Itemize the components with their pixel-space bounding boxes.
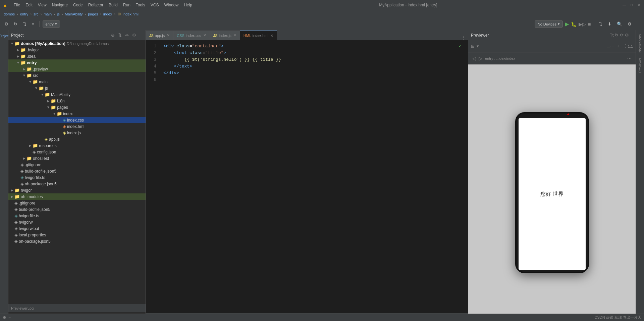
tab-app-js[interactable]: JS app.js ✕ bbox=[146, 31, 173, 40]
previewer-header-font-btn[interactable]: Tt bbox=[610, 33, 614, 38]
minimize-button[interactable]: — bbox=[622, 3, 627, 7]
toolbar-settings-btn[interactable]: ⚙ bbox=[3, 20, 10, 28]
breadcrumb-main[interactable]: main bbox=[44, 12, 52, 16]
tree-item-domos[interactable]: ▼ 📁 domos [MyApplication] D:\hongmengDom… bbox=[8, 40, 146, 47]
tree-item-idea[interactable]: ▶ 📁 .idea bbox=[8, 53, 146, 59]
run-button[interactable]: ▶ bbox=[565, 21, 569, 27]
tab-index-js[interactable]: JS index.js ✕ bbox=[210, 31, 240, 40]
maximize-button[interactable]: □ bbox=[629, 3, 634, 7]
tab-bar-menu-btn[interactable]: ⋮ bbox=[462, 35, 466, 40]
menu-file[interactable]: File bbox=[11, 2, 22, 8]
previewer-forward-btn[interactable]: ▷ bbox=[479, 56, 482, 61]
previewer-header-settings-btn[interactable]: ⚙ bbox=[625, 33, 629, 38]
tree-item-hvigorw-bat[interactable]: ◈ hvigorw.bat bbox=[8, 225, 146, 232]
toolbar-minus-btn[interactable]: − bbox=[635, 20, 641, 28]
tree-item-oh-package[interactable]: ◈ oh-package.json5 bbox=[8, 181, 146, 187]
breadcrumb-file[interactable]: index.hml bbox=[123, 12, 139, 16]
menu-view[interactable]: View bbox=[36, 2, 49, 8]
tree-item-ohostest[interactable]: ▶ 📁 ohosTest bbox=[8, 155, 146, 162]
menu-build[interactable]: Build bbox=[106, 2, 120, 8]
breadcrumb-entry[interactable]: entry bbox=[20, 12, 28, 16]
device-dropdown[interactable]: No Devices ▾ bbox=[535, 20, 563, 28]
previewer-portrait-btn[interactable]: ▭ bbox=[606, 44, 610, 49]
tree-item-oh-package-root[interactable]: ◈ oh-package.json5 bbox=[8, 238, 146, 244]
project-header-new-btn[interactable]: ⊕ bbox=[110, 32, 115, 38]
tree-item-i18n[interactable]: ▶ 📁 i18n bbox=[8, 98, 146, 104]
menu-navigate[interactable]: Navigate bbox=[50, 2, 70, 8]
menu-vcs[interactable]: VCS bbox=[148, 2, 161, 8]
code-content[interactable]: <div class="container">✓ <text class="ti… bbox=[159, 40, 468, 313]
previewer-header-rotate-btn[interactable]: ⟳ bbox=[620, 33, 624, 38]
toolbar-collapse-btn[interactable]: ≡ bbox=[30, 20, 36, 28]
previewer-more-btn[interactable]: ··· bbox=[627, 55, 632, 61]
previewer-dropdown-btn[interactable]: ▾ bbox=[477, 44, 479, 49]
debug-button[interactable]: 🐛 bbox=[571, 21, 577, 27]
tree-item-app-js[interactable]: ◈ app.js bbox=[8, 136, 146, 142]
tree-item-pages[interactable]: ▼ 📁 pages bbox=[8, 104, 146, 110]
tree-item-build-profile[interactable]: ◈ build-profile.json5 bbox=[8, 168, 146, 174]
toolbar-update-btn[interactable]: ⇅ bbox=[597, 20, 604, 28]
breadcrumb-js[interactable]: js bbox=[57, 12, 60, 16]
tree-item-mainability[interactable]: ▼ 📁 MainAbility bbox=[8, 91, 146, 98]
tree-item-hvigorfile-root[interactable]: ◈ hvigorfile.ts bbox=[8, 213, 146, 219]
menu-window[interactable]: Window bbox=[162, 2, 181, 8]
tree-item-index-folder[interactable]: ▼ 📁 index bbox=[8, 110, 146, 117]
tree-item-src[interactable]: ▼ 📁 src bbox=[8, 72, 146, 79]
tree-item-local-properties[interactable]: ◈ local.properties bbox=[8, 232, 146, 238]
project-header-sync-btn[interactable]: ⇅ bbox=[117, 32, 122, 38]
toolbar-download-btn[interactable]: ⬇ bbox=[606, 20, 613, 28]
tree-item-hvigor-root[interactable]: ▶ 📁 hvigor bbox=[8, 187, 146, 193]
tree-item-entry[interactable]: ▼ 📁 entry bbox=[8, 59, 146, 66]
project-header-settings-btn[interactable]: ⚙ bbox=[131, 32, 137, 38]
tree-item-index-css[interactable]: ◈ index.css bbox=[8, 117, 146, 123]
tree-item-js[interactable]: ▼ 📁 js bbox=[8, 85, 146, 91]
tab-close-index-js[interactable]: ✕ bbox=[233, 33, 236, 38]
breadcrumb-index[interactable]: index bbox=[103, 12, 112, 16]
project-header-sort-btn[interactable]: ⇔ bbox=[124, 32, 129, 38]
breadcrumb-pages[interactable]: pages bbox=[88, 12, 98, 16]
toolbar-expand-btn[interactable]: ⇅ bbox=[21, 20, 28, 28]
menu-tools[interactable]: Tools bbox=[133, 2, 148, 8]
tab-close-index-css[interactable]: ✕ bbox=[203, 33, 206, 38]
tree-item-gitignore-entry[interactable]: ◈ .gitignore bbox=[8, 162, 146, 168]
tree-item-hvigorw[interactable]: ◈ hvigorw bbox=[8, 219, 146, 225]
stop-button[interactable]: ■ bbox=[588, 21, 591, 27]
menu-help[interactable]: Help bbox=[181, 2, 195, 8]
project-header-close-btn[interactable]: − bbox=[139, 32, 143, 38]
menu-edit[interactable]: Edit bbox=[23, 2, 35, 8]
tree-item-hvigor[interactable]: ▶ 📁 .hvigor bbox=[8, 47, 146, 53]
tree-item-resources[interactable]: ▶ 📁 resources bbox=[8, 142, 146, 149]
tab-close-app-js[interactable]: ✕ bbox=[167, 33, 170, 38]
sidebar-notifications-icon[interactable]: Notifications bbox=[638, 33, 643, 54]
tree-item-gitignore-root[interactable]: ◈ .gitignore bbox=[8, 200, 146, 206]
tab-close-index-hml[interactable]: ✕ bbox=[270, 34, 273, 38]
previewer-zoom-in-btn[interactable]: + bbox=[617, 44, 620, 49]
status-minus-btn[interactable]: − bbox=[8, 315, 11, 320]
breadcrumb-mainability[interactable]: MainAbility bbox=[65, 12, 83, 16]
sidebar-previewer-icon[interactable]: Previewer bbox=[638, 56, 643, 74]
entry-dropdown[interactable]: entry ▾ bbox=[43, 20, 60, 28]
tree-item-hvigorfile-ts[interactable]: ◈ hvigorfile.ts bbox=[8, 174, 146, 181]
tree-item-build-profile-root[interactable]: ◈ build-profile.json5 bbox=[8, 206, 146, 213]
previewer-full-btn[interactable]: ⛶ bbox=[622, 44, 626, 49]
profile-button[interactable]: ▶▷ bbox=[579, 21, 586, 27]
previewer-header-refresh-btn[interactable]: ↻ bbox=[615, 33, 619, 38]
tree-item-oh-modules[interactable]: ▶ 📁 oh_modules bbox=[8, 193, 146, 200]
tree-item-index-hml[interactable]: ◈ index.hml bbox=[8, 123, 146, 130]
menu-run[interactable]: Run bbox=[121, 2, 133, 8]
breadcrumb-src[interactable]: src bbox=[34, 12, 39, 16]
previewer-back-btn[interactable]: ◁ bbox=[472, 56, 476, 61]
toolbar-search-btn[interactable]: 🔍 bbox=[615, 20, 624, 28]
previewer-header-minimize-btn[interactable]: − bbox=[630, 33, 633, 38]
status-settings-btn[interactable]: ⚙ bbox=[3, 315, 6, 320]
tree-item-main[interactable]: ▼ 📁 main bbox=[8, 79, 146, 85]
menu-refactor[interactable]: Refactor bbox=[86, 2, 106, 8]
tree-item-config-json[interactable]: ◈ config.json bbox=[8, 149, 146, 155]
tab-index-css[interactable]: CSS index.css ✕ bbox=[173, 31, 210, 40]
breadcrumb-domos[interactable]: domos bbox=[4, 12, 15, 16]
previewer-grid-btn[interactable]: ⊞ bbox=[471, 44, 475, 49]
tree-item-preview[interactable]: ▶ 📁 .preview bbox=[8, 66, 146, 72]
close-button[interactable]: ✕ bbox=[637, 3, 641, 7]
toolbar-gear-btn[interactable]: ⚙ bbox=[626, 20, 633, 28]
tab-index-hml[interactable]: HML index.hml ✕ bbox=[240, 31, 277, 40]
